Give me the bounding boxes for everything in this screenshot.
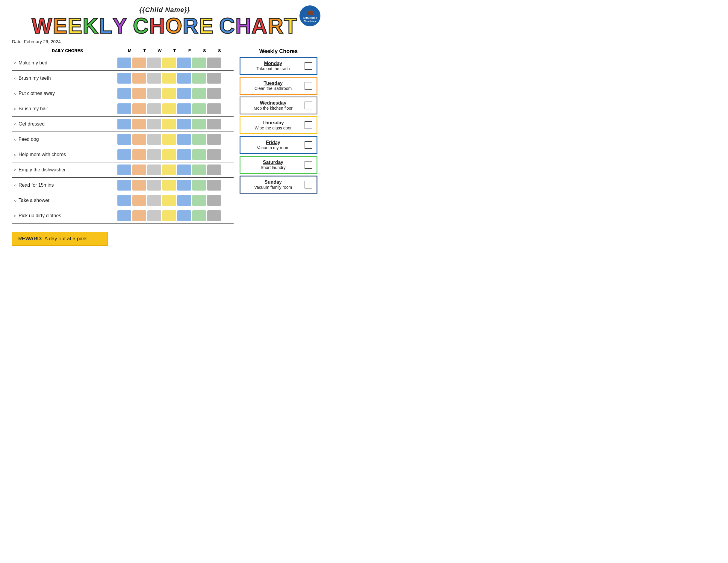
day-cells xyxy=(117,149,221,160)
chore-bullet: ○ xyxy=(12,91,19,96)
weekly-chore-text: Saturday Short laundry xyxy=(245,160,302,170)
weekly-day-name: Wednesday xyxy=(245,100,302,106)
day-cell xyxy=(147,134,161,145)
day-cell xyxy=(132,103,146,114)
chore-name: Feed dog xyxy=(19,137,117,142)
day-cells xyxy=(117,73,221,84)
day-cell xyxy=(162,164,176,175)
day-cell xyxy=(132,119,146,129)
day-cell xyxy=(117,210,131,221)
chore-name: Get dressed xyxy=(19,121,117,127)
day-cell xyxy=(132,149,146,160)
day-cell xyxy=(207,164,221,175)
weekly-day-name: Tuesday xyxy=(245,81,302,86)
day-cell xyxy=(117,88,131,99)
letter-E1: E xyxy=(53,15,68,37)
chore-name: Pick up dirty clothes xyxy=(19,213,117,218)
weekly-checkbox[interactable] xyxy=(305,121,312,129)
day-cell xyxy=(147,57,161,68)
chore-name: Brush my hair xyxy=(19,106,117,111)
weekly-chore-text: Friday Vacuum my room xyxy=(245,140,302,150)
title-chart: C H A R T xyxy=(219,15,298,37)
chore-row: ○ Make my bed xyxy=(12,55,234,71)
day-cell xyxy=(192,210,206,221)
letter-K: K xyxy=(83,15,99,37)
day-cell xyxy=(192,134,206,145)
day-cell xyxy=(192,195,206,206)
day-cell xyxy=(207,103,221,114)
chore-header-row: DAILY CHORES M T W T F S S xyxy=(12,48,234,53)
day-cell xyxy=(147,210,161,221)
day-cells xyxy=(117,103,221,114)
weekly-day-name: Sunday xyxy=(245,179,302,185)
day-cells xyxy=(117,195,221,206)
chore-bullet: ○ xyxy=(12,183,19,187)
day-cell xyxy=(147,119,161,129)
day-header-M: M xyxy=(123,48,137,53)
day-header-T1: T xyxy=(138,48,152,53)
day-cell xyxy=(132,134,146,145)
letter-R2: R xyxy=(268,15,284,37)
weekly-day-name: Saturday xyxy=(245,160,302,165)
chore-bullet: ○ xyxy=(12,198,19,203)
day-cell xyxy=(132,88,146,99)
weekly-chores-list: Monday Take out the trash Tuesday Clean … xyxy=(240,57,317,193)
logo-line1: AllBusiness xyxy=(303,16,317,19)
weekly-chore-text: Tuesday Clean the Bathroom xyxy=(245,81,302,91)
day-cell xyxy=(207,180,221,190)
day-cell xyxy=(177,57,191,68)
day-cell xyxy=(117,195,131,206)
weekly-checkbox[interactable] xyxy=(305,82,312,90)
day-cell xyxy=(177,119,191,129)
weekly-checkbox[interactable] xyxy=(305,62,312,70)
day-cell xyxy=(162,57,176,68)
day-cell xyxy=(117,57,131,68)
letter-T: T xyxy=(284,15,298,37)
day-cell xyxy=(192,119,206,129)
title-weekly: W E E K L Y xyxy=(32,15,128,37)
chore-bullet: ○ xyxy=(12,137,19,142)
day-cell xyxy=(147,180,161,190)
day-cell xyxy=(117,164,131,175)
chore-bullet: ○ xyxy=(12,152,19,157)
weekly-day-name: Thursday xyxy=(245,120,302,125)
letter-C2: C xyxy=(219,15,235,37)
letter-E2: E xyxy=(68,15,83,37)
right-panel: Weekly Chores Monday Take out the trash … xyxy=(240,48,317,195)
weekly-task: Mop the kitchen floor xyxy=(245,106,302,110)
day-cell xyxy=(117,119,131,129)
day-cell xyxy=(162,210,176,221)
day-cell xyxy=(162,88,176,99)
day-cell xyxy=(177,210,191,221)
day-cells xyxy=(117,134,221,145)
day-header-S1: S xyxy=(198,48,211,53)
weekly-chore-item: Monday Take out the trash xyxy=(240,57,317,75)
chore-row: ○ Get dressed xyxy=(12,116,234,132)
weekly-chore-item: Wednesday Mop the kitchen floor xyxy=(240,96,317,114)
chore-rows: ○ Make my bed ○ Brush my teeth ○ Put clo… xyxy=(12,55,234,223)
weekly-task: Short laundry xyxy=(245,165,302,170)
logo-line2: Templates xyxy=(304,20,316,23)
chore-name: Put clothes away xyxy=(19,91,117,96)
day-cell xyxy=(147,149,161,160)
day-cell xyxy=(117,103,131,114)
chore-name: Brush my teeth xyxy=(19,75,117,81)
weekly-checkbox[interactable] xyxy=(305,181,312,188)
weekly-checkbox[interactable] xyxy=(305,141,312,149)
chore-row: ○ Pick up dirty clothes xyxy=(12,208,234,223)
day-cell xyxy=(177,88,191,99)
day-cell xyxy=(192,180,206,190)
day-header-F: F xyxy=(183,48,196,53)
weekly-checkbox[interactable] xyxy=(305,161,312,169)
chore-row: ○ Brush my hair xyxy=(12,101,234,116)
day-cell xyxy=(192,73,206,84)
weekly-checkbox[interactable] xyxy=(305,102,312,109)
day-cell xyxy=(162,73,176,84)
chore-name: Empty the dishwasher xyxy=(19,167,117,172)
day-cell xyxy=(147,195,161,206)
chore-name: Help mom with chores xyxy=(19,152,117,157)
reward-box: REWARD: A day out at a park xyxy=(12,232,108,246)
letter-Y: Y xyxy=(113,15,128,37)
day-header-S2: S xyxy=(213,48,226,53)
weekly-task: Take out the trash xyxy=(245,66,302,71)
